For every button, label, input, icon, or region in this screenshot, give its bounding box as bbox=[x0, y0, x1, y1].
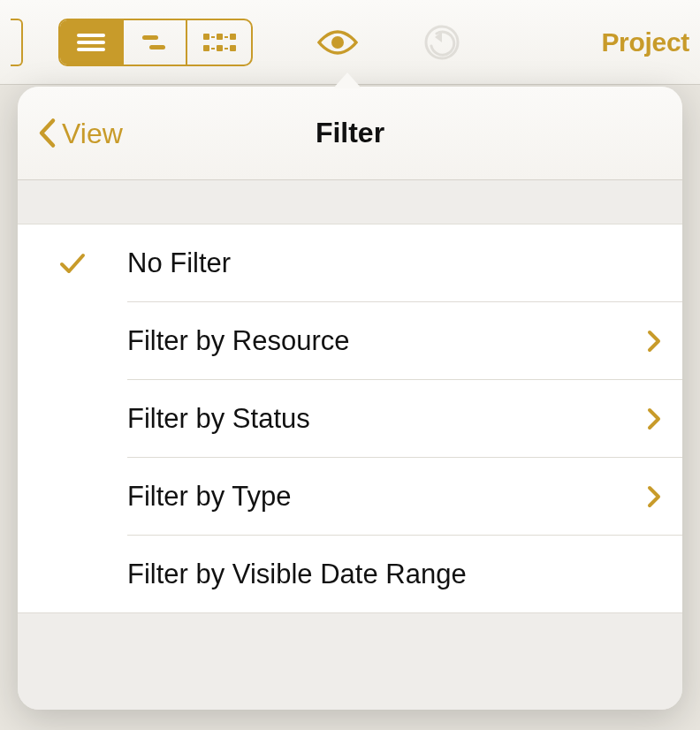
svg-rect-12 bbox=[217, 45, 223, 51]
filter-item-label: No Filter bbox=[127, 247, 629, 279]
svg-rect-5 bbox=[203, 34, 209, 40]
svg-rect-10 bbox=[203, 45, 209, 51]
grid-icon bbox=[200, 30, 239, 55]
svg-rect-13 bbox=[224, 48, 228, 49]
back-button-label: View bbox=[62, 117, 123, 149]
svg-rect-4 bbox=[149, 45, 165, 49]
filter-list: No Filter Filter by Resource Filter by S… bbox=[18, 224, 682, 613]
svg-rect-7 bbox=[217, 34, 223, 40]
view-mode-grid-button[interactable] bbox=[187, 20, 251, 65]
chevron-right-icon bbox=[647, 407, 661, 431]
undo-icon bbox=[422, 23, 461, 62]
eye-icon bbox=[315, 27, 361, 58]
filter-item-type[interactable]: Filter by Type bbox=[18, 458, 682, 536]
svg-point-15 bbox=[331, 36, 344, 49]
view-options-button[interactable] bbox=[315, 27, 361, 58]
back-button[interactable]: View bbox=[37, 117, 123, 149]
chevron-left-icon bbox=[37, 118, 57, 149]
filter-item-label: Filter by Status bbox=[127, 403, 629, 435]
svg-rect-3 bbox=[142, 35, 158, 40]
popover-title: Filter bbox=[316, 117, 384, 149]
outline-icon bbox=[73, 30, 109, 55]
chevron-right-icon bbox=[647, 329, 661, 354]
checkmark-icon bbox=[57, 248, 88, 278]
filter-item-label: Filter by Type bbox=[127, 481, 629, 513]
section-spacer bbox=[18, 613, 682, 710]
svg-rect-9 bbox=[230, 34, 236, 40]
svg-rect-6 bbox=[211, 36, 215, 38]
filter-item-label: Filter by Visible Date Range bbox=[127, 559, 629, 590]
filter-popover: View Filter No Filter Filter by Resource bbox=[18, 87, 682, 710]
popover-arrow bbox=[333, 72, 361, 88]
filter-item-label: Filter by Resource bbox=[127, 325, 629, 357]
project-title: Project bbox=[601, 27, 689, 57]
popover-header: View Filter bbox=[18, 87, 682, 180]
task-icon bbox=[137, 30, 172, 55]
svg-rect-14 bbox=[230, 45, 236, 51]
svg-rect-0 bbox=[77, 34, 105, 37]
svg-rect-2 bbox=[77, 48, 105, 51]
section-spacer bbox=[18, 180, 682, 224]
svg-rect-1 bbox=[77, 41, 105, 44]
filter-item-no-filter[interactable]: No Filter bbox=[18, 224, 682, 302]
view-mode-outline-button[interactable] bbox=[60, 20, 124, 65]
view-mode-segmented-control[interactable] bbox=[58, 19, 253, 66]
filter-item-visible-date-range[interactable]: Filter by Visible Date Range bbox=[18, 536, 682, 613]
toolbar-button-partial[interactable] bbox=[11, 19, 23, 66]
filter-item-resource[interactable]: Filter by Resource bbox=[18, 302, 682, 380]
svg-rect-11 bbox=[211, 48, 215, 49]
chevron-right-icon bbox=[647, 484, 661, 509]
undo-button bbox=[422, 23, 461, 62]
filter-item-status[interactable]: Filter by Status bbox=[18, 380, 682, 458]
view-mode-task-button[interactable] bbox=[124, 20, 187, 65]
svg-rect-8 bbox=[224, 36, 228, 38]
